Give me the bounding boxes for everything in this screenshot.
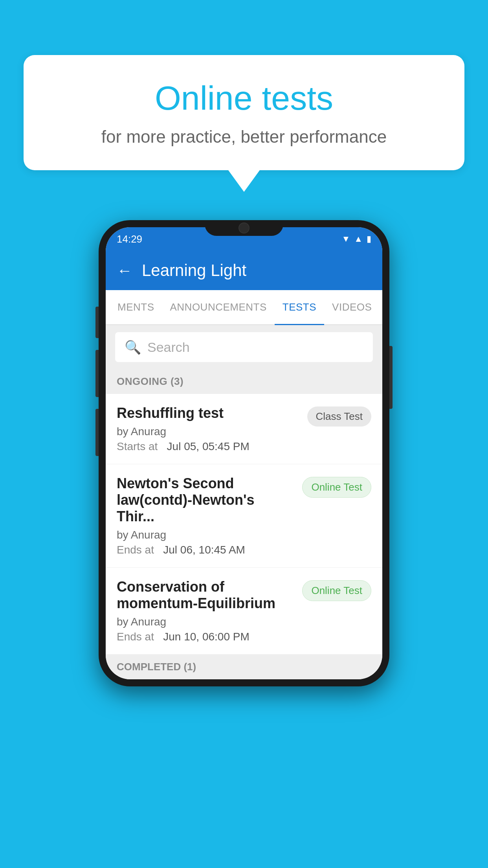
- badge-class-test-reshuffling: Class Test: [307, 406, 371, 427]
- wifi-icon: ▼: [341, 234, 350, 244]
- speech-bubble-subtitle: for more practice, better performance: [55, 127, 433, 147]
- phone-wrapper: 14:29 ▼ ▲ ▮ ← Learning Light MENTS ANNOU…: [99, 220, 389, 686]
- status-icons: ▼ ▲ ▮: [341, 234, 371, 244]
- phone-notch: [205, 220, 283, 236]
- test-info-newton: Newton's Second law(contd)-Newton's Thir…: [117, 475, 296, 556]
- test-author-reshuffling: by Anurag: [117, 425, 301, 438]
- phone-button-volume-down: [95, 350, 99, 397]
- tab-announcements[interactable]: ANNOUNCEMENTS: [162, 290, 275, 324]
- tab-tests[interactable]: TESTS: [275, 290, 324, 324]
- completed-section-label: COMPLETED (1): [106, 655, 382, 679]
- phone-outer: 14:29 ▼ ▲ ▮ ← Learning Light MENTS ANNOU…: [99, 220, 389, 686]
- tab-videos[interactable]: VIDEOS: [324, 290, 380, 324]
- phone-screen: 14:29 ▼ ▲ ▮ ← Learning Light MENTS ANNOU…: [106, 227, 382, 679]
- time-label-newton: Ends at: [117, 544, 160, 556]
- test-author-newton: by Anurag: [117, 529, 296, 541]
- time-value-reshuffling: Jul 05, 05:45 PM: [167, 440, 250, 452]
- test-name-newton: Newton's Second law(contd)-Newton's Thir…: [117, 475, 296, 525]
- status-time: 14:29: [117, 233, 142, 245]
- signal-icon: ▲: [354, 234, 363, 244]
- test-time-reshuffling: Starts at Jul 05, 05:45 PM: [117, 440, 301, 453]
- phone-button-power: [389, 346, 393, 409]
- test-item-newton[interactable]: Newton's Second law(contd)-Newton's Thir…: [106, 464, 382, 568]
- ongoing-section-label: ONGOING (3): [106, 369, 382, 394]
- search-icon: 🔍: [125, 339, 141, 355]
- time-value-newton: Jul 06, 10:45 AM: [163, 544, 245, 556]
- test-name-reshuffling: Reshuffling test: [117, 405, 301, 421]
- search-bar[interactable]: 🔍 Search: [115, 332, 373, 362]
- search-input[interactable]: Search: [147, 340, 190, 355]
- tab-ments[interactable]: MENTS: [110, 290, 162, 324]
- badge-online-conservation: Online Test: [302, 580, 371, 601]
- test-item-conservation[interactable]: Conservation of momentum-Equilibrium by …: [106, 568, 382, 655]
- tabs-container: MENTS ANNOUNCEMENTS TESTS VIDEOS: [106, 290, 382, 325]
- test-info-conservation: Conservation of momentum-Equilibrium by …: [117, 579, 296, 643]
- back-button[interactable]: ←: [117, 263, 132, 278]
- app-header: ← Learning Light: [106, 251, 382, 290]
- battery-icon: ▮: [367, 234, 371, 244]
- time-label-conservation: Ends at: [117, 631, 160, 643]
- search-container: 🔍 Search: [106, 325, 382, 369]
- phone-camera: [238, 223, 250, 234]
- phone-button-volume-up: [95, 307, 99, 338]
- test-time-conservation: Ends at Jun 10, 06:00 PM: [117, 631, 296, 643]
- speech-bubble: Online tests for more practice, better p…: [24, 55, 464, 170]
- test-author-conservation: by Anurag: [117, 616, 296, 628]
- time-value-conservation: Jun 10, 06:00 PM: [163, 631, 249, 643]
- test-item-reshuffling[interactable]: Reshuffling test by Anurag Starts at Jul…: [106, 394, 382, 464]
- time-label-reshuffling: Starts at: [117, 440, 164, 452]
- test-name-conservation: Conservation of momentum-Equilibrium: [117, 579, 296, 612]
- badge-online-newton: Online Test: [302, 477, 371, 498]
- test-time-newton: Ends at Jul 06, 10:45 AM: [117, 544, 296, 556]
- app-title: Learning Light: [142, 261, 246, 280]
- speech-bubble-wrapper: Online tests for more practice, better p…: [24, 55, 464, 192]
- phone-button-extra: [95, 409, 99, 456]
- speech-bubble-title: Online tests: [55, 79, 433, 118]
- test-info-reshuffling: Reshuffling test by Anurag Starts at Jul…: [117, 405, 301, 453]
- speech-bubble-arrow: [228, 170, 260, 192]
